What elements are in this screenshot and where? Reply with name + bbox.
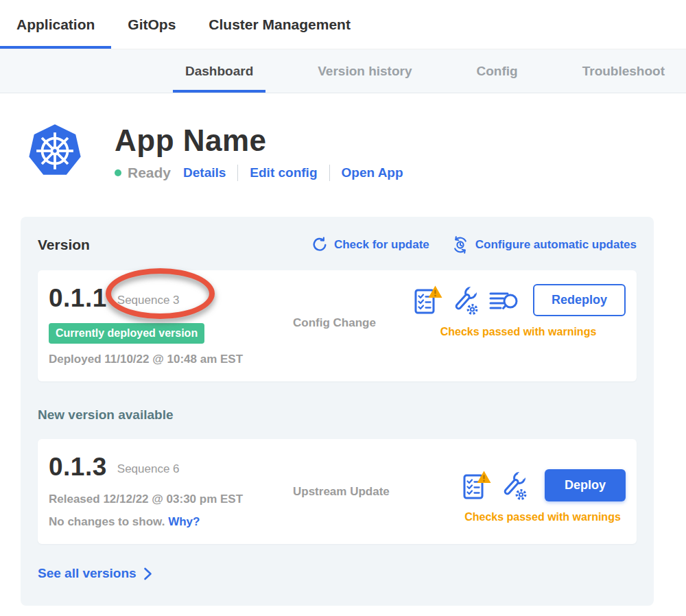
configure-automatic-updates-label: Configure automatic updates	[475, 238, 637, 252]
tab-version-history[interactable]: Version history	[305, 49, 424, 93]
app-section-nav: Dashboard Version history Config Trouble…	[0, 49, 686, 93]
check-for-update-link[interactable]: Check for update	[311, 237, 429, 253]
details-link[interactable]: Details	[183, 165, 226, 180]
tab-dashboard[interactable]: Dashboard	[173, 49, 265, 93]
wrench-gear-icon	[449, 285, 481, 316]
chevron-right-icon	[143, 567, 152, 580]
preflight-checklist-icon	[411, 285, 442, 316]
no-changes-note: No changes to show.	[49, 515, 165, 528]
tab-gitops[interactable]: GitOps	[111, 0, 192, 49]
app-header: App Name Ready Details Edit config Open …	[0, 93, 686, 181]
tab-cluster-management-label: Cluster Management	[209, 16, 351, 33]
current-version-number: 0.1.1	[49, 284, 107, 313]
version-panel: Version Check for update	[21, 217, 654, 606]
see-all-versions-label: See all versions	[38, 566, 137, 581]
ready-status-dot-icon	[115, 169, 121, 176]
preflight-checks-button[interactable]	[411, 285, 442, 316]
deployed-timestamp: Deployed 11/10/22 @ 10:48 am EST	[49, 353, 293, 366]
divider	[329, 165, 330, 181]
current-version-card: 0.1.1 Sequence 3 Currently deployed vers…	[38, 270, 637, 381]
configure-automatic-updates-link[interactable]: Configure automatic updates	[451, 236, 637, 254]
page-title: App Name	[115, 123, 403, 158]
new-checks-status: Checks passed with warnings	[464, 511, 621, 523]
redeploy-button[interactable]: Redeploy	[533, 284, 626, 316]
view-diff-button[interactable]	[488, 285, 519, 316]
version-panel-title: Version	[38, 237, 90, 253]
preflight-checks-button[interactable]	[460, 470, 491, 501]
new-version-heading: New version available	[38, 407, 637, 423]
current-change-source: Config Change	[293, 316, 396, 330]
kubernetes-logo-icon	[26, 121, 84, 181]
tab-version-history-label: Version history	[318, 64, 412, 79]
tab-application[interactable]: Application	[0, 0, 111, 49]
tab-application-label: Application	[16, 16, 95, 33]
tab-cluster-management[interactable]: Cluster Management	[192, 0, 367, 49]
divider	[237, 165, 238, 181]
preflight-checklist-icon	[460, 470, 491, 501]
edit-config-link[interactable]: Edit config	[250, 165, 317, 180]
tab-troubleshoot-label: Troubleshoot	[582, 64, 665, 79]
currently-deployed-badge: Currently deployed version	[49, 323, 204, 344]
new-version-number: 0.1.3	[49, 453, 107, 482]
view-config-button[interactable]	[498, 470, 530, 501]
new-version-card: 0.1.3 Sequence 6 Released 12/12/22 @ 03:…	[38, 439, 637, 544]
scheduled-update-icon	[451, 236, 469, 254]
released-timestamp: Released 12/12/22 @ 03:30 pm EST	[49, 493, 293, 506]
tab-gitops-label: GitOps	[128, 16, 176, 33]
app-status-label: Ready	[128, 165, 171, 181]
tab-config[interactable]: Config	[464, 49, 530, 93]
current-version-sequence: Sequence 3	[117, 289, 180, 307]
wrench-gear-icon	[498, 470, 530, 501]
open-app-link[interactable]: Open App	[342, 165, 403, 180]
see-all-versions-link[interactable]: See all versions	[38, 566, 637, 581]
tab-dashboard-label: Dashboard	[185, 64, 253, 79]
primary-nav: Application GitOps Cluster Management	[0, 0, 686, 49]
view-config-button[interactable]	[449, 285, 481, 316]
current-checks-status: Checks passed with warnings	[440, 326, 597, 338]
check-for-update-label: Check for update	[334, 238, 429, 252]
refresh-icon	[311, 237, 328, 253]
why-link[interactable]: Why?	[168, 515, 200, 528]
new-version-sequence: Sequence 6	[117, 458, 180, 476]
tab-troubleshoot[interactable]: Troubleshoot	[570, 49, 677, 93]
tab-config-label: Config	[477, 64, 518, 79]
deploy-button[interactable]: Deploy	[545, 469, 626, 501]
new-change-source: Upstream Update	[293, 485, 396, 499]
logs-magnifier-icon	[488, 285, 519, 316]
